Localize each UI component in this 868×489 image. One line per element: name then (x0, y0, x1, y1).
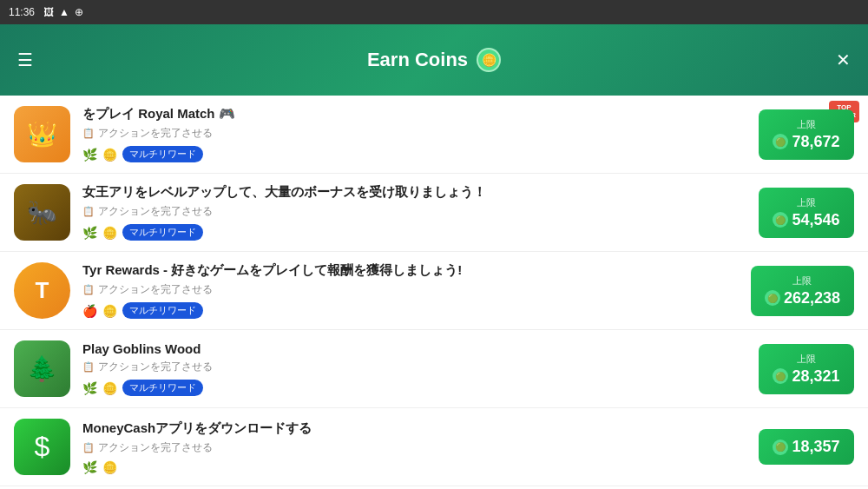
reward-button[interactable]: 上限 🟢 54,546 (759, 188, 854, 238)
offer-tags: 🍎 🪙 マルチリワード (82, 302, 737, 319)
reward-label: 上限 (797, 118, 816, 131)
offer-icon-emoji: 🌲 (27, 354, 57, 383)
offer-subtitle: 📋 アクションを完了させる (82, 360, 745, 374)
reward-label: 上限 (797, 353, 816, 366)
offer-tags: 🌿 🪙 マルチリワード (82, 224, 745, 241)
offer-reward: 上限 🟢 54,546 (759, 188, 854, 238)
header-title-text: Earn Coins (367, 49, 468, 71)
reward-amount: 🟢 262,238 (765, 289, 840, 307)
leaf-icon: 🍎 (82, 304, 97, 318)
offer-icon: 👑 (14, 106, 70, 162)
offer-info: 女王アリをレベルアップして、大量のボーナスを受け取りましょう！ 📋 アクションを… (82, 184, 745, 241)
leaf-icon: 🌿 (82, 460, 97, 474)
offer-reward: TOPOFFER 上限 🟢 78,672 (759, 109, 854, 160)
reward-amount: 🟢 78,672 (773, 133, 839, 151)
offer-icon-emoji: 🐜 (27, 198, 57, 227)
offer-tags: 🌿 🪙 (82, 460, 745, 474)
wifi-icon: ▲ (59, 6, 69, 18)
offer-info: Play Goblins Wood 📋 アクションを完了させる 🌿 🪙 マルチリ… (82, 341, 745, 396)
offer-row[interactable]: 👑 をプレイ Royal Match 🎮 📋 アクションを完了させる 🌿 🪙 マ… (0, 96, 868, 174)
offer-subtitle: 📋 アクションを完了させる (82, 204, 745, 219)
reward-button[interactable]: 🟢 18,357 (759, 429, 854, 465)
reward-amount: 🟢 28,321 (773, 367, 839, 386)
offer-icon: 🐜 (14, 184, 70, 241)
coin-tag-icon: 🪙 (102, 460, 117, 474)
offer-title: Tyr Rewards - 好きなゲームをプレイして報酬を獲得しましょう! (82, 262, 737, 279)
reward-coin-icon: 🟢 (773, 368, 788, 384)
offer-subtitle: 📋 アクションを完了させる (82, 282, 737, 297)
offer-row[interactable]: T Tyr Rewards - 好きなゲームをプレイして報酬を獲得しましょう! … (0, 252, 868, 330)
offer-tags: 🌿 🪙 マルチリワード (82, 380, 745, 396)
multi-reward-tag: マルチリワード (122, 224, 203, 241)
offer-title: MoneyCashアプリをダウンロードする (82, 420, 745, 437)
header-title: Earn Coins 🪙 (367, 48, 501, 72)
multi-reward-tag: マルチリワード (122, 146, 203, 162)
offer-icon-emoji: 👑 (27, 120, 57, 149)
offer-row[interactable]: 🐜 女王アリをレベルアップして、大量のボーナスを受け取りましょう！ 📋 アクショ… (0, 174, 868, 252)
coin-tag-icon: 🪙 (102, 148, 117, 162)
coin-tag-icon: 🪙 (102, 226, 117, 240)
multi-reward-tag: マルチリワード (122, 380, 203, 396)
reward-amount: 🟢 18,357 (773, 438, 839, 456)
reward-coin-icon: 🟢 (765, 290, 780, 306)
reward-amount: 🟢 54,546 (773, 211, 839, 229)
task-icon: 📋 (82, 206, 95, 217)
offer-reward: 上限 🟢 28,321 (759, 344, 854, 394)
multi-reward-tag: マルチリワード (122, 302, 203, 319)
offer-subtitle-text: アクションを完了させる (98, 360, 213, 374)
offer-reward: 🟢 18,357 (759, 429, 854, 465)
task-icon: 📋 (82, 128, 95, 139)
status-icons: 🖼 ▲ ⊕ (43, 6, 83, 18)
coin-tag-icon: 🪙 (102, 304, 117, 318)
task-icon: 📋 (82, 442, 95, 453)
offer-title: 女王アリをレベルアップして、大量のボーナスを受け取りましょう！ (82, 184, 745, 201)
photo-icon: 🖼 (43, 6, 54, 18)
offer-info: Tyr Rewards - 好きなゲームをプレイして報酬を獲得しましょう! 📋 … (82, 262, 737, 319)
offer-subtitle: 📋 アクションを完了させる (82, 126, 745, 141)
leaf-icon: 🌿 (82, 226, 97, 240)
offer-subtitle-text: アクションを完了させる (98, 282, 213, 297)
offer-reward: 上限 🟢 262,238 (751, 266, 854, 316)
offer-title: をプレイ Royal Match 🎮 (82, 106, 745, 122)
offer-tags: 🌿 🪙 マルチリワード (82, 146, 745, 162)
reward-button[interactable]: 上限 🟢 78,672 (759, 109, 854, 160)
status-time: 11:36 (9, 6, 35, 18)
offer-subtitle-text: アクションを完了させる (98, 126, 213, 141)
leaf-icon: 🌿 (82, 381, 97, 395)
offer-icon: 🌲 (14, 340, 70, 397)
menu-icon[interactable]: ☰ (17, 50, 33, 70)
close-button[interactable]: ✕ (836, 50, 851, 70)
signal-icon: ⊕ (75, 6, 83, 18)
offer-info: をプレイ Royal Match 🎮 📋 アクションを完了させる 🌿 🪙 マルチ… (82, 106, 745, 162)
offer-icon: T (14, 262, 70, 319)
reward-coin-icon: 🟢 (773, 212, 788, 228)
offer-icon-dollar: $ (35, 431, 50, 463)
coin-tag-icon: 🪙 (102, 381, 117, 395)
offers-list: 👑 をプレイ Royal Match 🎮 📋 アクションを完了させる 🌿 🪙 マ… (0, 96, 868, 489)
offer-row[interactable]: 🌲 Play Goblins Wood 📋 アクションを完了させる 🌿 🪙 マル… (0, 330, 868, 408)
task-icon: 📋 (82, 284, 95, 295)
offer-info: MoneyCashアプリをダウンロードする 📋 アクションを完了させる 🌿 🪙 (82, 420, 745, 474)
offer-title: Play Goblins Wood (82, 341, 745, 356)
offer-row[interactable]: $ MoneyCashアプリをダウンロードする 📋 アクションを完了させる 🌿 … (0, 408, 868, 486)
offer-subtitle-text: アクションを完了させる (98, 440, 213, 455)
offer-icon: $ (14, 419, 70, 475)
status-bar: 11:36 🖼 ▲ ⊕ (0, 0, 868, 24)
header-coin-icon: 🪙 (477, 48, 501, 72)
reward-coin-icon: 🟢 (773, 134, 788, 149)
reward-label: 上限 (797, 196, 816, 209)
offer-subtitle: 📋 アクションを完了させる (82, 440, 745, 455)
header: ☰ Earn Coins 🪙 ✕ (0, 24, 868, 96)
task-icon: 📋 (82, 361, 95, 373)
leaf-icon: 🌿 (82, 148, 97, 162)
reward-label: 上限 (792, 274, 812, 287)
reward-button[interactable]: 上限 🟢 262,238 (751, 266, 854, 316)
offer-icon-letter: T (36, 277, 49, 304)
reward-coin-icon: 🟢 (773, 439, 788, 455)
reward-button[interactable]: 上限 🟢 28,321 (759, 344, 854, 394)
offer-subtitle-text: アクションを完了させる (98, 204, 213, 219)
